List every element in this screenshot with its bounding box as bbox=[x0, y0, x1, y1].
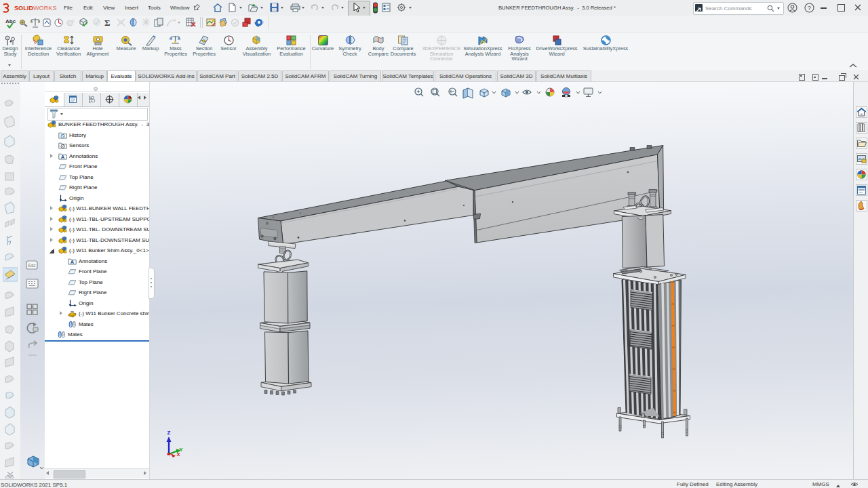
svg-text:Z: Z bbox=[167, 430, 171, 436]
svg-text:X: X bbox=[176, 451, 180, 458]
svg-text:Esc: Esc bbox=[28, 263, 37, 268]
svg-text:?: ? bbox=[808, 5, 811, 12]
